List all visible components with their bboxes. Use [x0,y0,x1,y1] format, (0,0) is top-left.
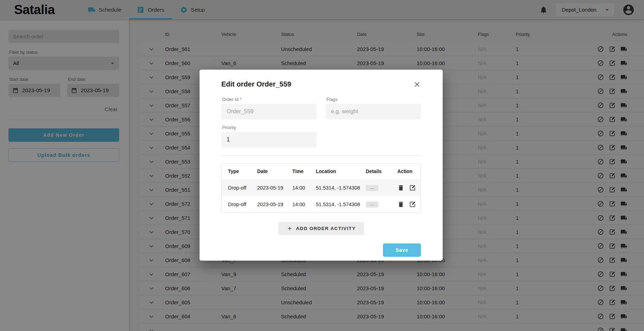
activity-col-details: Details [366,169,397,174]
modal-title: Edit order Order_559 [221,80,291,88]
edit-activity-icon[interactable] [409,184,416,191]
priority-field-value: 1 [227,136,230,143]
delete-activity-trash-icon[interactable] [397,201,404,208]
activity-row: Drop-off 2023-05-19 14:00 51.5314, -1.57… [222,196,421,212]
priority-field[interactable]: 1 [221,132,317,147]
activity-details-cell: ... [366,184,397,191]
activity-col-time: Time [292,169,316,174]
flags-group: Flags e.g. weight [326,97,421,119]
edit-order-modal: Edit order Order_559 Order Id * Order_55… [200,70,443,261]
activity-col-date: Date [257,169,292,174]
activity-details-cell: ... [366,201,397,208]
order-id-label: Order Id * [222,97,317,102]
details-more-button[interactable]: ... [366,202,378,208]
activity-actions [397,184,421,191]
satalia-app: Satalia Schedule Orders Setup Depot_Lond… [0,0,644,331]
activity-type-cell: Drop-off [228,185,257,191]
activity-time-cell: 14:00 [292,202,316,207]
flags-field-placeholder: e.g. weight [331,108,358,115]
close-modal-button[interactable] [413,81,421,88]
priority-group: Priority 1 [221,125,317,147]
activity-col-action: Action [397,169,421,174]
plus-icon [287,225,293,231]
activity-location-cell: 51.5314, -1.574308 [316,202,366,207]
details-more-button[interactable]: ... [366,185,378,191]
order-id-group: Order Id * Order_559 [221,97,317,119]
order-form: Order Id * Order_559 Flags e.g. weight P… [221,97,421,147]
activity-date-cell: 2023-05-19 [257,202,292,207]
edit-activity-icon[interactable] [409,201,416,208]
flags-field[interactable]: e.g. weight [326,104,421,119]
activity-time-cell: 14:00 [292,185,316,191]
activity-table-body: Drop-off 2023-05-19 14:00 51.5314, -1.57… [222,179,421,212]
activity-location-cell: 51.5314, -1.574308 [316,185,366,191]
activity-type-cell: Drop-off [228,202,257,207]
add-order-activity-label: ADD ORDER ACTIVITY [296,226,356,231]
order-id-field-value: Order_559 [227,108,254,115]
activity-table: Type Date Time Location Details Action D… [221,163,421,213]
activity-col-location: Location [316,169,366,174]
add-order-activity-button[interactable]: ADD ORDER ACTIVITY [278,222,364,235]
save-button[interactable]: Save [383,243,421,257]
priority-label: Priority [222,125,317,130]
activity-date-cell: 2023-05-19 [257,185,292,191]
activity-table-header: Type Date Time Location Details Action [222,164,421,179]
close-icon [413,81,421,88]
flags-label: Flags [326,97,421,102]
order-id-field[interactable]: Order_559 [221,104,317,119]
delete-activity-trash-icon[interactable] [397,184,404,191]
modal-header: Edit order Order_559 [221,80,421,88]
activity-actions [397,201,421,208]
activity-row: Drop-off 2023-05-19 14:00 51.5314, -1.57… [222,179,421,196]
modal-divider [221,155,421,155]
activity-col-type: Type [228,169,257,174]
